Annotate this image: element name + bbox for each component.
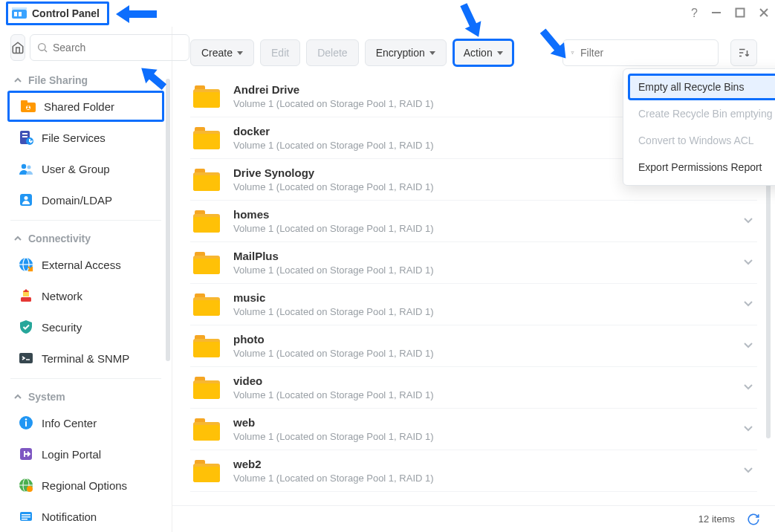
sidebar-scrollbar[interactable] xyxy=(166,79,170,361)
chevron-down-icon[interactable] xyxy=(742,464,754,478)
section-connectivity[interactable]: Connectivity xyxy=(0,225,172,249)
sidebar-item-label: Notification xyxy=(42,510,97,523)
svg-rect-16 xyxy=(22,136,27,137)
help-icon[interactable]: ? xyxy=(691,7,698,20)
folder-name: homes xyxy=(233,208,729,221)
sidebar-item-file-services[interactable]: File Services xyxy=(3,122,169,153)
info-center-icon xyxy=(18,415,34,431)
folder-row[interactable]: music Volume 1 (Located on Storage Pool … xyxy=(190,284,757,325)
refresh-button[interactable] xyxy=(747,513,760,526)
notification-icon xyxy=(18,508,34,525)
sidebar-item-terminal-snmp[interactable]: Terminal & SNMP xyxy=(3,343,169,374)
create-button[interactable]: Create xyxy=(190,39,254,66)
divider xyxy=(10,378,161,379)
folder-icon xyxy=(193,169,220,191)
close-button[interactable] xyxy=(759,6,769,22)
section-file-sharing[interactable]: File Sharing xyxy=(0,67,172,91)
delete-button[interactable]: Delete xyxy=(306,39,358,66)
minimize-button[interactable] xyxy=(711,6,722,22)
folder-name: web2 xyxy=(233,458,729,470)
section-label: File Sharing xyxy=(28,74,88,86)
chevron-down-icon[interactable] xyxy=(742,297,754,311)
action-create-schedule[interactable]: Create Recycle Bin emptying schedule xyxy=(628,100,775,127)
section-system[interactable]: System xyxy=(0,383,172,407)
edit-button[interactable]: Edit xyxy=(260,39,300,66)
svg-rect-42 xyxy=(22,519,27,520)
sidebar-item-regional-options[interactable]: Regional Options xyxy=(3,470,169,501)
folder-icon xyxy=(193,252,220,274)
folder-row[interactable]: video Volume 1 (Located on Storage Pool … xyxy=(190,367,757,409)
svg-point-33 xyxy=(25,418,27,421)
chevron-up-icon xyxy=(13,234,22,243)
divider xyxy=(10,220,161,221)
chevron-down-icon[interactable] xyxy=(742,214,754,228)
sidebar-item-label: Domain/LDAP xyxy=(42,194,112,207)
main-panel: Create Edit Delete Encryption Action xyxy=(172,27,775,532)
security-icon xyxy=(18,319,34,335)
home-button[interactable] xyxy=(10,34,25,61)
svg-rect-27 xyxy=(21,297,31,302)
folder-text: music Volume 1 (Located on Storage Pool … xyxy=(233,291,729,317)
external-access-icon xyxy=(18,256,34,273)
chevron-down-icon[interactable] xyxy=(742,339,754,353)
sidebar-item-notification[interactable]: Notification xyxy=(3,501,169,532)
sidebar-item-info-center[interactable]: Info Center xyxy=(3,407,169,438)
section-label: System xyxy=(28,391,65,403)
folder-text: web2 Volume 1 (Located on Storage Pool 1… xyxy=(233,458,729,484)
network-icon xyxy=(18,288,34,304)
encryption-button[interactable]: Encryption xyxy=(365,39,447,66)
action-empty-all-recycle-bins[interactable]: Empty all Recycle Bins xyxy=(628,74,775,100)
folder-name: web xyxy=(233,416,729,429)
search-box[interactable] xyxy=(30,34,189,61)
chevron-down-icon[interactable] xyxy=(742,380,754,395)
svg-rect-41 xyxy=(22,516,30,518)
sidebar-item-user-group[interactable]: User & Group xyxy=(3,153,169,184)
action-button[interactable]: Action xyxy=(453,39,514,67)
folder-location: Volume 1 (Located on Storage Pool 1, RAI… xyxy=(233,223,729,234)
folder-name: video xyxy=(233,374,729,387)
sidebar-item-login-portal[interactable]: Login Portal xyxy=(3,438,169,470)
button-label: Edit xyxy=(271,47,289,59)
action-convert-acl[interactable]: Convert to Windows ACL xyxy=(628,127,775,154)
svg-rect-11 xyxy=(21,100,27,104)
svg-rect-3 xyxy=(12,7,27,10)
filter-box[interactable] xyxy=(562,39,719,66)
folder-row[interactable]: MailPlus Volume 1 (Located on Storage Po… xyxy=(190,242,757,284)
login-portal-icon xyxy=(18,446,34,462)
svg-rect-40 xyxy=(22,514,30,516)
folder-icon xyxy=(193,335,220,357)
shared-folder-icon xyxy=(20,98,36,114)
search-input[interactable] xyxy=(53,42,183,53)
folder-icon xyxy=(193,460,220,482)
chevron-down-icon[interactable] xyxy=(742,422,754,436)
folder-row[interactable]: web2 Volume 1 (Located on Storage Pool 1… xyxy=(190,450,757,492)
sidebar-item-shared-folder[interactable]: Shared Folder xyxy=(7,91,164,122)
control-panel-icon xyxy=(11,5,27,22)
svg-point-21 xyxy=(27,166,31,169)
svg-rect-1 xyxy=(14,12,17,16)
caret-down-icon xyxy=(497,51,503,55)
folder-row[interactable]: web Volume 1 (Located on Storage Pool 1,… xyxy=(190,409,757,450)
sidebar-item-domain-ldap[interactable]: Domain/LDAP xyxy=(3,184,169,215)
filter-icon xyxy=(571,47,574,59)
sidebar-item-security[interactable]: Security xyxy=(3,311,169,343)
maximize-button[interactable] xyxy=(735,6,745,22)
folder-row[interactable]: photo Volume 1 (Located on Storage Pool … xyxy=(190,325,757,367)
sidebar-item-label: External Access xyxy=(42,259,121,271)
titlebar: Control Panel ? xyxy=(0,0,775,27)
folder-text: photo Volume 1 (Located on Storage Pool … xyxy=(233,333,729,359)
sort-icon xyxy=(737,46,750,59)
action-export-permissions[interactable]: Export Permissions Report xyxy=(628,154,775,181)
svg-rect-32 xyxy=(25,421,27,426)
domain-ldap-icon xyxy=(18,192,34,208)
sidebar-item-external-access[interactable]: External Access xyxy=(3,249,169,280)
sort-button[interactable] xyxy=(730,39,757,66)
filter-input[interactable] xyxy=(580,47,710,59)
sidebar-item-label: User & Group xyxy=(42,163,110,175)
sidebar-item-label: Security xyxy=(42,321,82,334)
terminal-icon xyxy=(18,350,34,366)
folder-row[interactable]: homes Volume 1 (Located on Storage Pool … xyxy=(190,201,757,242)
sidebar-item-network[interactable]: Network xyxy=(3,280,169,311)
chevron-down-icon[interactable] xyxy=(742,256,754,270)
folder-icon xyxy=(193,127,220,149)
